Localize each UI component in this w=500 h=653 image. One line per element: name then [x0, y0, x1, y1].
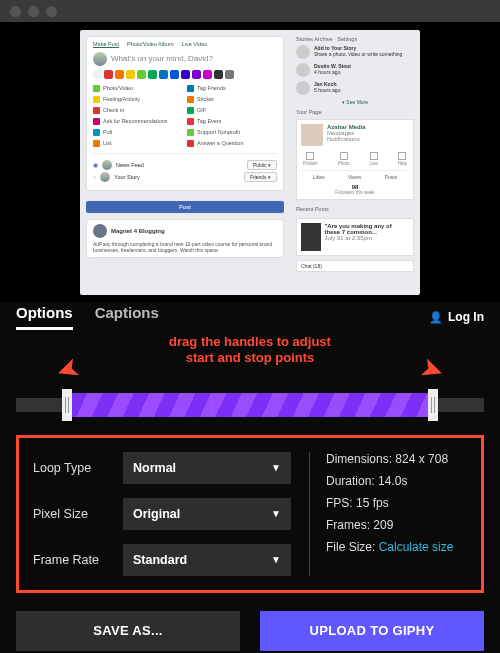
loop-type-label: Loop Type: [33, 461, 111, 475]
post-button: Post: [86, 201, 284, 213]
trim-handle-end[interactable]: [428, 389, 438, 421]
info-frames: Frames: 209: [326, 518, 467, 532]
tab-captions[interactable]: Captions: [95, 304, 159, 330]
window-titlebar: [0, 0, 500, 22]
composer-tabs: Make Post Photo/Video Album Live Video: [93, 41, 277, 48]
file-info: Dimensions: 824 x 708 Duration: 14.0s FP…: [309, 452, 467, 576]
annotation-text: drag the handles to adjust start and sto…: [16, 334, 484, 367]
selected-range: [72, 393, 428, 417]
feed-author: Magnet 4 Blogging: [111, 228, 165, 234]
save-as-button[interactable]: SAVE AS...: [16, 611, 240, 651]
info-dimensions: Dimensions: 824 x 708: [326, 452, 467, 466]
audience-rows: ◉News FeedPublic ▾○Your StoryFriends ▾: [93, 153, 277, 182]
composer-prompt: What's on your mind, David?: [93, 52, 277, 66]
video-preview: Make Post Photo/Video Album Live Video W…: [0, 22, 500, 302]
frame-rate-select[interactable]: Standard: [123, 544, 291, 576]
feed-text: AdPady through completing a brand new 12…: [93, 241, 277, 253]
minimize-dot[interactable]: [28, 6, 39, 17]
user-icon: 👤: [429, 311, 443, 324]
zoom-dot[interactable]: [46, 6, 57, 17]
info-duration: Duration: 14.0s: [326, 474, 467, 488]
playhead[interactable]: [211, 393, 212, 417]
pixel-size-label: Pixel Size: [33, 507, 111, 521]
trim-handle-start[interactable]: [62, 389, 72, 421]
pixel-size-select[interactable]: Original: [123, 498, 291, 530]
loop-type-select[interactable]: Normal: [123, 452, 291, 484]
tab-row: Options Captions 👤 Log In: [16, 302, 484, 336]
close-dot[interactable]: [10, 6, 21, 17]
calculate-size-link[interactable]: Calculate size: [379, 540, 454, 554]
preview-frame: Make Post Photo/Video Album Live Video W…: [80, 30, 420, 295]
annotation-arrows: ➤ ➤: [16, 367, 484, 383]
info-filesize: File Size: Calculate size: [326, 540, 467, 554]
options-panel: Loop Type Normal Pixel Size Original Fra…: [16, 435, 484, 593]
color-swatches: [93, 70, 277, 79]
upload-giphy-button[interactable]: UPLOAD TO GIPHY: [260, 611, 484, 651]
frame-rate-label: Frame Rate: [33, 553, 111, 567]
composer-options: Photo/VideoTag FriendsFeeling/ActivitySt…: [93, 84, 277, 148]
info-fps: FPS: 15 fps: [326, 496, 467, 510]
login-link[interactable]: 👤 Log In: [429, 310, 484, 324]
trim-timeline[interactable]: [16, 389, 484, 421]
tab-options[interactable]: Options: [16, 304, 73, 330]
